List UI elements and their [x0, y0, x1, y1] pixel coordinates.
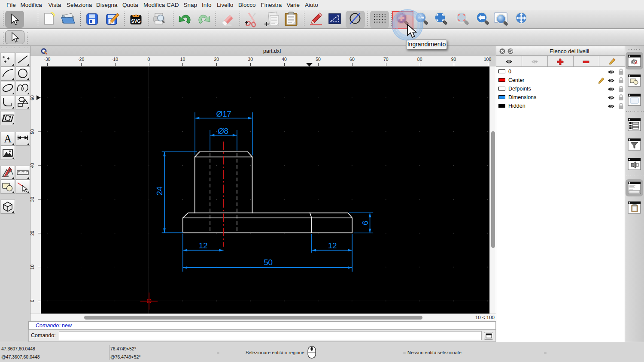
svg-text:Ø17: Ø17 — [216, 109, 231, 118]
svg-text:50: 50 — [264, 258, 273, 267]
svg-text:Ø8: Ø8 — [218, 127, 228, 136]
svg-text:40: 40 — [30, 163, 35, 168]
svg-text:6: 6 — [361, 221, 370, 225]
svg-text:20: 20 — [30, 231, 35, 236]
svg-text:60: 60 — [30, 95, 35, 100]
svg-text:12: 12 — [199, 241, 208, 250]
svg-text:A: A — [4, 133, 12, 145]
svg-text:0: 0 — [30, 299, 35, 302]
svg-text:24: 24 — [155, 186, 164, 195]
svg-text:30: 30 — [30, 197, 35, 202]
svg-text:SVG: SVG — [131, 18, 140, 24]
svg-text:12: 12 — [328, 241, 337, 250]
svg-text:50: 50 — [30, 129, 35, 134]
svg-text:10: 10 — [30, 265, 35, 270]
